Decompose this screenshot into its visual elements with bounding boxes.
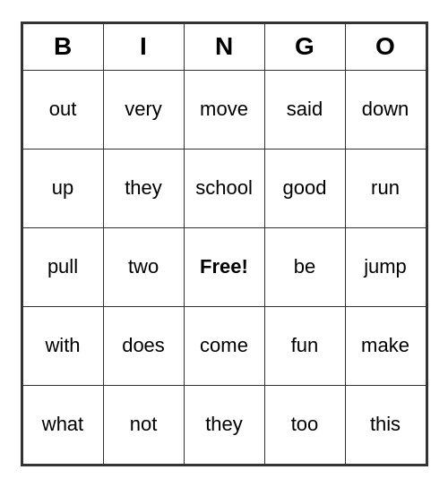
cell-r2c1: two: [103, 227, 184, 306]
cell-r1c0: up: [22, 149, 103, 227]
bingo-table: B I N G O out very move said down up the…: [22, 23, 426, 465]
cell-r4c1: not: [103, 385, 184, 464]
cell-r3c1: does: [103, 306, 184, 385]
cell-r1c3: good: [264, 149, 345, 227]
header-i: I: [103, 23, 184, 70]
cell-r3c4: make: [345, 306, 426, 385]
cell-r0c4: down: [345, 70, 426, 149]
cell-r1c4: run: [345, 149, 426, 227]
cell-r4c3: too: [264, 385, 345, 464]
cell-r3c0: with: [22, 306, 103, 385]
cell-r0c2: move: [184, 70, 264, 149]
cell-r2c2-free: Free!: [184, 227, 264, 306]
table-row: with does come fun make: [22, 306, 426, 385]
cell-r2c0: pull: [22, 227, 103, 306]
header-o: O: [345, 23, 426, 70]
table-row: up they school good run: [22, 149, 426, 227]
cell-r0c3: said: [264, 70, 345, 149]
cell-r1c2: school: [184, 149, 264, 227]
cell-r3c3: fun: [264, 306, 345, 385]
cell-r2c3: be: [264, 227, 345, 306]
cell-r4c2: they: [184, 385, 264, 464]
bingo-card: B I N G O out very move said down up the…: [21, 21, 428, 466]
cell-r3c2: come: [184, 306, 264, 385]
cell-r1c1: they: [103, 149, 184, 227]
header-b: B: [22, 23, 103, 70]
cell-r2c4: jump: [345, 227, 426, 306]
table-row: out very move said down: [22, 70, 426, 149]
header-n: N: [184, 23, 264, 70]
cell-r0c1: very: [103, 70, 184, 149]
table-row: what not they too this: [22, 385, 426, 464]
cell-r4c0: what: [22, 385, 103, 464]
cell-r0c0: out: [22, 70, 103, 149]
table-row: pull two Free! be jump: [22, 227, 426, 306]
cell-r4c4: this: [345, 385, 426, 464]
header-g: G: [264, 23, 345, 70]
header-row: B I N G O: [22, 23, 426, 70]
